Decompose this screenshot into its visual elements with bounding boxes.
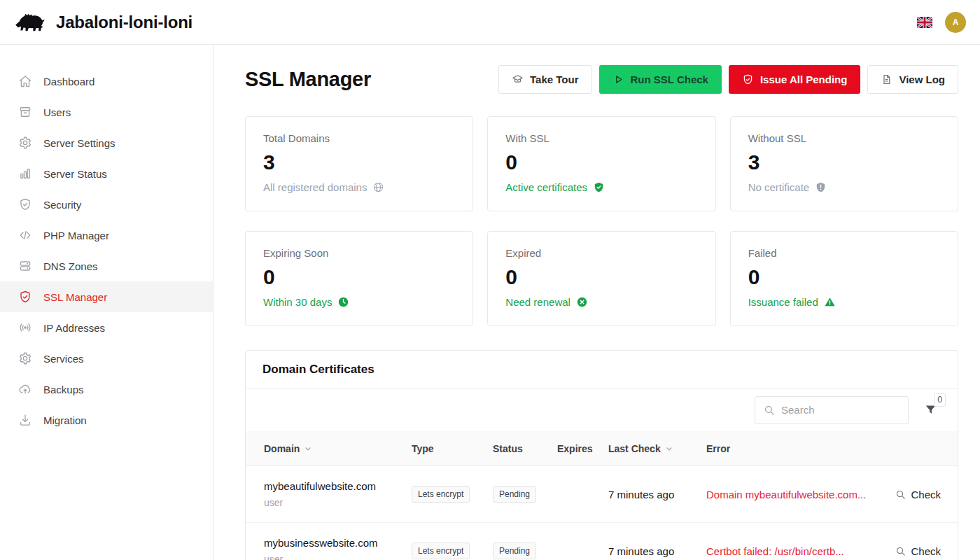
globe-icon (372, 181, 384, 193)
shield-check-icon (18, 197, 32, 211)
view-log-button[interactable]: View Log (867, 65, 958, 94)
domain-cell: mybeautifulwebsite.com user (264, 480, 412, 508)
users-icon (18, 105, 32, 119)
user-avatar[interactable]: A (945, 12, 966, 33)
sidebar-item-label: Users (43, 106, 71, 118)
code-icon (18, 228, 32, 242)
type-badge: Lets encrypt (412, 486, 470, 503)
table-header: Domain Type Status Expires Last Check (246, 431, 958, 466)
broadcast-icon (18, 321, 32, 335)
filter-count-badge: 0 (934, 393, 946, 407)
download-icon (18, 413, 32, 427)
sidebar-item-backups[interactable]: Backups (0, 374, 213, 405)
language-flag-icon[interactable] (917, 17, 932, 28)
column-label: Status (493, 443, 523, 454)
stat-card-total-domains: Total Domains 3 All registered domains (245, 116, 473, 211)
search-input[interactable] (781, 404, 899, 416)
search-icon (895, 546, 906, 556)
stat-label: Without SSL (748, 132, 940, 144)
sidebar-item-server-settings[interactable]: Server Settings (0, 127, 213, 158)
sidebar-item-services[interactable]: Services (0, 343, 213, 374)
stat-sub-label: Within 30 days (263, 296, 332, 308)
column-header-error: Error (706, 443, 879, 454)
stat-sub-label: All registered domains (263, 181, 367, 193)
stat-card-failed: Failed 0 Issuance failed (730, 231, 958, 326)
domain-name: mybusinesswebsite.com (264, 537, 412, 549)
check-button[interactable]: Check (879, 489, 941, 500)
run-ssl-check-button[interactable]: Run SSL Check (599, 65, 722, 94)
domain-owner: user (264, 554, 412, 560)
clock-icon (337, 296, 349, 308)
issue-all-pending-button[interactable]: Issue All Pending (729, 65, 860, 94)
stat-label: Expired (505, 247, 697, 259)
shield-alert-icon (815, 181, 827, 193)
column-header-domain[interactable]: Domain (264, 443, 412, 454)
domain-certificates-panel: Domain Certificates 0 Domain Type (245, 350, 958, 560)
stat-label: Expiring Soon (263, 247, 455, 259)
sidebar-item-php-manager[interactable]: PHP Manager (0, 220, 213, 251)
stat-sub-label: No certificate (748, 181, 810, 193)
button-label: Issue All Pending (760, 74, 847, 85)
type-badge: Lets encrypt (412, 542, 470, 559)
sidebar-item-server-status[interactable]: Server Status (0, 158, 213, 189)
x-circle-icon (576, 296, 588, 308)
stat-value: 0 (748, 265, 940, 289)
last-check-cell: 7 minutes ago (608, 489, 706, 500)
stat-label: Failed (748, 247, 940, 259)
last-check-cell: 7 minutes ago (608, 545, 706, 557)
table-toolbar: 0 (246, 388, 958, 431)
cloud-upload-icon (18, 382, 32, 396)
button-label: Take Tour (530, 74, 578, 85)
sidebar-item-migration[interactable]: Migration (0, 405, 213, 435)
sidebar-item-ssl-manager[interactable]: SSL Manager (0, 281, 213, 312)
brand: Jabaloni-loni-loni (14, 11, 192, 34)
sidebar-item-dns-zones[interactable]: DNS Zones (0, 251, 213, 281)
stat-card-with-ssl: With SSL 0 Active certificates (487, 116, 715, 211)
graduation-cap-icon (512, 74, 524, 85)
column-label: Error (706, 443, 730, 454)
filter-button[interactable]: 0 (924, 403, 938, 417)
check-button-label: Check (911, 489, 941, 500)
sidebar-item-users[interactable]: Users (0, 97, 213, 127)
button-label: View Log (899, 74, 945, 85)
sidebar-item-ip-addresses[interactable]: IP Addresses (0, 312, 213, 343)
column-label: Expires (557, 443, 593, 454)
sidebar-item-dashboard[interactable]: Dashboard (0, 66, 213, 97)
warning-triangle-icon (824, 296, 836, 308)
error-message: Certbot failed: /usr/bin/certb... (706, 545, 879, 557)
gear-icon (18, 351, 32, 365)
topbar: Jabaloni-loni-loni A (0, 0, 980, 45)
sidebar-item-label: Server Settings (43, 137, 115, 149)
sidebar-item-label: Migration (43, 414, 87, 426)
stat-sub-label: Need renewal (505, 296, 570, 308)
sidebar-item-label: Backups (43, 384, 84, 396)
column-header-expires: Expires (557, 443, 608, 454)
chevron-down-icon (303, 444, 313, 454)
column-header-status: Status (493, 443, 557, 454)
sidebar-item-label: Server Status (43, 168, 107, 180)
document-icon (881, 74, 892, 85)
boar-logo-icon (14, 11, 46, 34)
server-stack-icon (18, 259, 32, 273)
stat-sub-label: Active certificates (505, 181, 587, 193)
column-header-type: Type (412, 443, 493, 454)
take-tour-button[interactable]: Take Tour (498, 65, 592, 94)
panel-title: Domain Certificates (262, 363, 374, 377)
sidebar-item-label: Services (43, 353, 84, 365)
status-badge: Pending (493, 542, 536, 559)
column-label: Domain (264, 443, 300, 454)
stat-value: 0 (505, 150, 697, 174)
button-label: Run SSL Check (631, 74, 708, 85)
main-content: SSL Manager Take Tour Run SSL Check Issu… (214, 45, 980, 560)
column-header-last-check[interactable]: Last Check (608, 443, 706, 454)
stat-value: 3 (748, 150, 940, 174)
stat-value: 0 (505, 265, 697, 289)
sidebar-item-security[interactable]: Security (0, 189, 213, 220)
sidebar-item-label: IP Addresses (43, 322, 105, 334)
check-button[interactable]: Check (879, 545, 941, 557)
domain-cell: mybusinesswebsite.com user (264, 537, 412, 560)
stat-value: 3 (263, 150, 455, 174)
stat-card-expired: Expired 0 Need renewal (487, 231, 715, 326)
sidebar-item-label: SSL Manager (43, 291, 107, 303)
stat-sub-label: Issuance failed (748, 296, 818, 308)
